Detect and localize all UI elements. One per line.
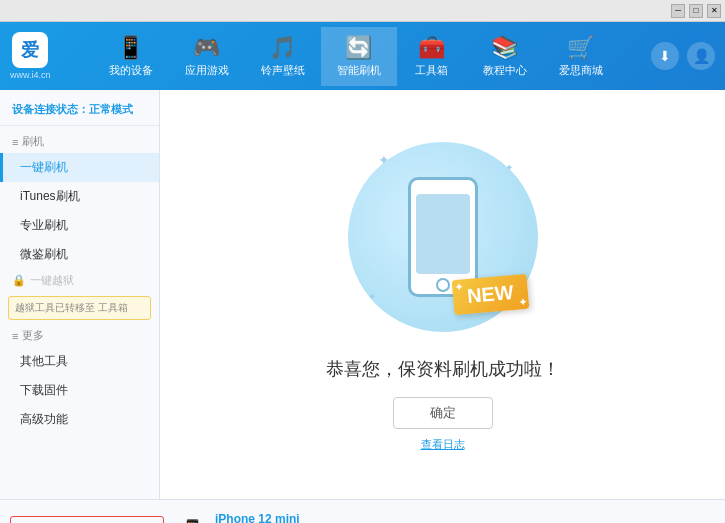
pro-flash-label: 专业刷机 — [20, 218, 68, 232]
header-right-btns: ⬇ 👤 — [651, 42, 715, 70]
nav-smart-flash[interactable]: 🔄 智能刷机 — [321, 27, 397, 86]
new-badge-text: NEW — [466, 281, 514, 307]
log-link[interactable]: 查看日志 — [421, 437, 465, 452]
jailbreak-notice: 越狱工具已转移至 工具箱 — [8, 296, 151, 320]
one-key-flash-label: 一键刷机 — [20, 160, 68, 174]
sidebar-item-download-firmware[interactable]: 下载固件 — [0, 376, 159, 405]
confirm-button[interactable]: 确定 — [393, 397, 493, 429]
sparkle-2: ✦ — [505, 162, 513, 173]
download-firmware-label: 下载固件 — [20, 383, 68, 397]
nav-tutorials[interactable]: 📚 教程中心 — [467, 27, 543, 86]
user-button[interactable]: 👤 — [687, 42, 715, 70]
sidebar-item-ipsw-flash[interactable]: 微鉴刷机 — [0, 240, 159, 269]
lock-icon: 🔒 — [12, 274, 26, 287]
nav-bar: 📱 我的设备 🎮 应用游戏 🎵 铃声壁纸 🔄 智能刷机 🧰 工具箱 📚 教程中心… — [71, 27, 641, 86]
sidebar-item-pro-flash[interactable]: 专业刷机 — [0, 211, 159, 240]
phone-illustration: ✦ ✦ ✦ NEW — [343, 137, 543, 337]
device-status: 设备连接状态：正常模式 — [0, 98, 159, 126]
my-device-icon: 📱 — [117, 35, 144, 61]
phone-home-button — [436, 278, 450, 292]
ringtones-icon: 🎵 — [269, 35, 296, 61]
nav-ringtones[interactable]: 🎵 铃声壁纸 — [245, 27, 321, 86]
sparkle-1: ✦ — [378, 152, 390, 168]
maximize-button[interactable]: □ — [689, 4, 703, 18]
logo-url: www.i4.cn — [10, 70, 51, 80]
mall-icon: 🛒 — [567, 35, 594, 61]
window-controls[interactable]: ─ □ ✕ — [671, 4, 721, 18]
smart-flash-icon: 🔄 — [345, 35, 372, 61]
bottom-area: 自动激活 跳过向导 📱 iPhone 12 mini 64GB Down-12m… — [0, 499, 725, 523]
minimize-button[interactable]: ─ — [671, 4, 685, 18]
main-area: 设备连接状态：正常模式 ≡ 刷机 一键刷机 iTunes刷机 专业刷机 微鉴刷机… — [0, 90, 725, 499]
toolbox-icon: 🧰 — [418, 35, 445, 61]
nav-tutorials-label: 教程中心 — [483, 63, 527, 78]
other-tools-label: 其他工具 — [20, 354, 68, 368]
download-button[interactable]: ⬇ — [651, 42, 679, 70]
apps-games-icon: 🎮 — [193, 35, 220, 61]
jailbreak-notice-text: 越狱工具已转移至 工具箱 — [15, 302, 128, 313]
illustration-circle: ✦ ✦ ✦ NEW — [348, 142, 538, 332]
sidebar-item-itunes-flash[interactable]: iTunes刷机 — [0, 182, 159, 211]
success-message: 恭喜您，保资料刷机成功啦！ — [326, 357, 560, 381]
header: 爱 www.i4.cn 📱 我的设备 🎮 应用游戏 🎵 铃声壁纸 🔄 智能刷机 … — [0, 22, 725, 90]
ipsw-flash-label: 微鉴刷机 — [20, 247, 68, 261]
sidebar-item-advanced[interactable]: 高级功能 — [0, 405, 159, 434]
nav-toolbox-label: 工具箱 — [415, 63, 448, 78]
status-value: 正常模式 — [89, 103, 133, 115]
device-name: iPhone 12 mini — [215, 512, 300, 524]
close-button[interactable]: ✕ — [707, 4, 721, 18]
logo[interactable]: 爱 www.i4.cn — [10, 32, 51, 80]
sparkle-3: ✦ — [368, 291, 376, 302]
phone-screen — [416, 194, 470, 274]
new-badge: NEW — [451, 274, 528, 315]
nav-ringtones-label: 铃声壁纸 — [261, 63, 305, 78]
title-bar: ─ □ ✕ — [0, 0, 725, 22]
section-label-flash: 刷机 — [22, 134, 44, 149]
nav-my-device[interactable]: 📱 我的设备 — [93, 27, 169, 86]
section-header-flash: ≡ 刷机 — [0, 130, 159, 153]
section-label-jailbreak: 一键越狱 — [30, 273, 74, 288]
tutorials-icon: 📚 — [491, 35, 518, 61]
sidebar-item-one-key-flash[interactable]: 一键刷机 — [0, 153, 159, 182]
nav-apps-games[interactable]: 🎮 应用游戏 — [169, 27, 245, 86]
advanced-label: 高级功能 — [20, 412, 68, 426]
main-content: ✦ ✦ ✦ NEW 恭喜您，保资料刷机成功啦！ 确定 查看日志 — [160, 90, 725, 499]
section-icon-flash: ≡ — [12, 136, 18, 148]
logo-icon: 爱 — [12, 32, 48, 68]
nav-my-device-label: 我的设备 — [109, 63, 153, 78]
section-header-jailbreak: 🔒 一键越狱 — [0, 269, 159, 292]
sidebar-item-other-tools[interactable]: 其他工具 — [0, 347, 159, 376]
status-label: 设备连接状态： — [12, 103, 89, 115]
nav-toolbox[interactable]: 🧰 工具箱 — [397, 27, 467, 86]
section-label-more: 更多 — [22, 328, 44, 343]
itunes-flash-label: iTunes刷机 — [20, 189, 80, 203]
nav-apps-games-label: 应用游戏 — [185, 63, 229, 78]
device-bottom-bar: 自动激活 跳过向导 📱 iPhone 12 mini 64GB Down-12m… — [0, 499, 725, 523]
section-header-more: ≡ 更多 — [0, 324, 159, 347]
device-icon: 📱 — [180, 518, 205, 524]
nav-smart-flash-label: 智能刷机 — [337, 63, 381, 78]
nav-mall[interactable]: 🛒 爱思商城 — [543, 27, 619, 86]
section-icon-more: ≡ — [12, 330, 18, 342]
sidebar: 设备连接状态：正常模式 ≡ 刷机 一键刷机 iTunes刷机 专业刷机 微鉴刷机… — [0, 90, 160, 499]
device-info-section: iPhone 12 mini 64GB Down-12mini-13,1 — [215, 512, 300, 524]
nav-mall-label: 爱思商城 — [559, 63, 603, 78]
